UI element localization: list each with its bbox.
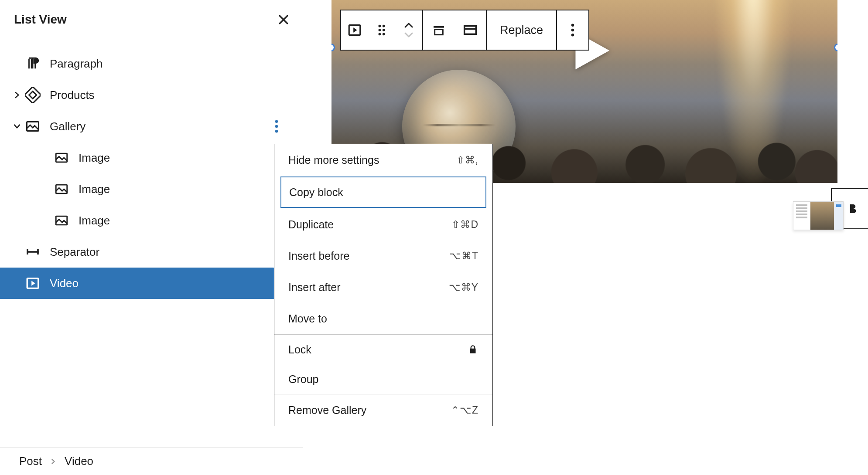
move-up-button[interactable] [403,21,414,29]
move-down-button[interactable] [403,31,414,39]
page-overview-thumbnail[interactable] [793,201,844,230]
svg-point-25 [571,24,574,27]
svg-rect-1 [29,92,37,99]
lock-icon [467,344,478,355]
menu-insert-before[interactable]: Insert before ⌥⌘T [274,240,492,271]
more-vertical-icon [571,24,574,37]
menu-item-label: Lock [288,343,311,356]
svg-rect-0 [25,87,41,103]
tree-item-options-button[interactable] [268,118,285,135]
tree-item-label: Image [79,214,110,227]
svg-point-16 [383,25,385,27]
breadcrumb: Post Video [0,447,303,475]
menu-item-shortcut: ⇧⌘, [456,154,478,166]
tree-item-label: Gallery [50,120,85,133]
align-icon [432,23,446,37]
block-type-button[interactable] [341,10,368,50]
menu-copy-block[interactable]: Copy block [280,176,486,208]
tree-item-label: Products [50,88,95,102]
replace-button[interactable]: Replace [487,24,556,37]
menu-insert-after[interactable]: Insert after ⌥⌘Y [274,271,492,303]
tree-item-video[interactable]: Video [0,268,303,299]
list-view-title: List View [14,13,67,27]
menu-remove-gallery[interactable]: Remove Gallery ⌃⌥Z [274,394,492,426]
chevron-right-icon [50,458,57,465]
bold-icon [846,202,859,215]
chevron-down-icon[interactable] [10,122,24,131]
svg-point-18 [383,29,385,31]
resize-handle-left[interactable] [331,44,335,51]
tree-item-paragraph[interactable]: Paragraph [0,48,303,79]
menu-item-shortcut: ⌥⌘Y [449,282,478,293]
svg-point-20 [383,33,385,36]
tree-item-image[interactable]: Image [0,142,303,173]
drag-icon [377,24,386,36]
svg-rect-23 [465,26,476,34]
video-icon [24,274,42,292]
menu-hide-more-settings[interactable]: Hide more settings ⇧⌘, [274,144,492,176]
tree-item-label: Paragraph [50,57,103,71]
menu-item-shortcut: ⌃⌥Z [451,404,478,416]
svg-point-27 [571,34,574,37]
svg-point-26 [571,29,574,32]
menu-item-label: Copy block [289,186,343,199]
block-toolbar: Replace [340,10,589,51]
tree-item-label: Separator [50,245,99,259]
tree-item-label: Image [79,151,110,165]
menu-item-label: Duplicate [288,218,334,231]
menu-duplicate[interactable]: Duplicate ⇧⌘D [274,209,492,240]
tree-item-image[interactable]: Image [0,205,303,236]
image-icon [52,149,71,167]
menu-group[interactable]: Group [274,364,492,394]
svg-point-19 [379,33,381,36]
tree-item-separator[interactable]: Separator [0,236,303,268]
breadcrumb-item[interactable]: Video [65,455,93,468]
tree-item-label: Video [50,277,79,290]
block-tree: Paragraph Products Gallery [0,39,303,299]
paragraph-icon [24,54,42,73]
list-view-header: List View [0,0,303,39]
tree-item-label: Image [79,183,110,196]
svg-rect-22 [435,30,443,35]
svg-point-5 [275,130,278,133]
svg-point-3 [275,120,278,123]
close-button[interactable] [272,8,295,31]
svg-point-15 [379,25,381,27]
products-icon [24,86,42,104]
menu-lock[interactable]: Lock [274,335,492,364]
menu-item-label: Hide more settings [288,154,379,166]
separator-icon [24,243,42,261]
tree-item-image[interactable]: Image [0,173,303,205]
menu-item-label: Insert before [288,250,349,262]
menu-item-label: Remove Gallery [288,404,366,417]
image-icon [52,180,71,198]
close-icon [277,13,290,26]
menu-item-shortcut: ⌥⌘T [449,250,478,262]
align-button[interactable] [423,10,455,50]
menu-move-to[interactable]: Move to [274,303,492,334]
gallery-icon [24,117,42,136]
tree-item-gallery[interactable]: Gallery [0,111,303,142]
chevron-up-icon [403,21,414,29]
chevron-right-icon[interactable] [10,91,24,99]
menu-item-shortcut: ⇧⌘D [451,219,478,231]
block-options-button[interactable] [557,10,588,50]
svg-point-4 [275,125,278,128]
svg-point-17 [379,29,381,31]
chevron-down-icon [403,31,414,39]
align-wide-icon [463,23,478,37]
menu-item-label: Move to [288,312,327,325]
list-view-panel: List View Paragraph Products [0,0,303,475]
tree-item-products[interactable]: Products [0,79,303,111]
block-options-menu: Hide more settings ⇧⌘, Copy block Duplic… [274,144,493,426]
menu-item-label: Group [288,373,318,386]
image-icon [52,211,71,230]
menu-item-label: Insert after [288,281,341,294]
breadcrumb-item[interactable]: Post [19,455,42,468]
svg-rect-21 [434,26,444,28]
more-vertical-icon [275,120,278,133]
align-wide-button[interactable] [455,10,486,50]
drag-handle[interactable] [368,10,395,50]
resize-handle-right[interactable] [834,44,837,51]
video-icon [347,23,362,37]
